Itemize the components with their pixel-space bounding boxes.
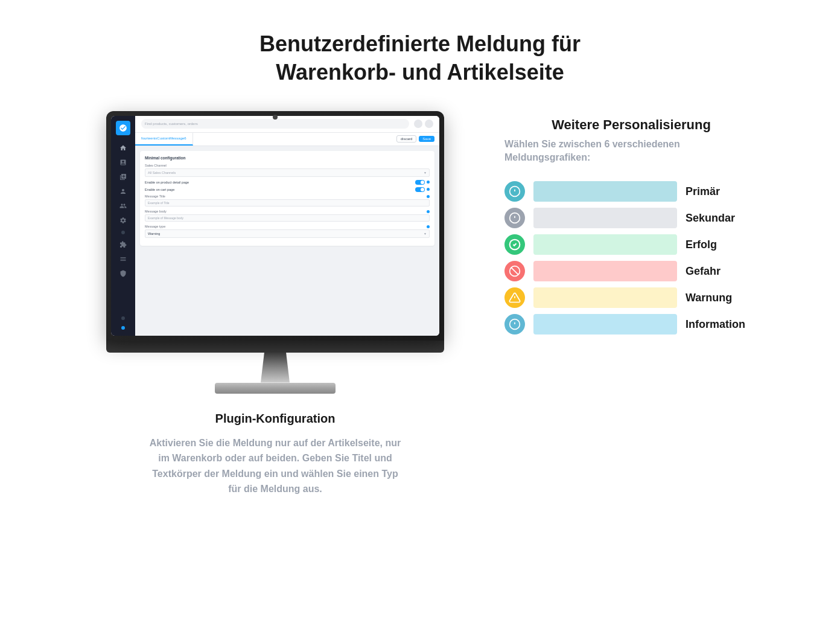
monitor-screen: Find products, customers, orders fourtee… bbox=[106, 111, 444, 341]
monitor-neck bbox=[257, 353, 293, 383]
plugin-config-title: Plugin-Konfiguration bbox=[148, 412, 402, 426]
toggle-cart-switch[interactable] bbox=[415, 187, 425, 192]
save-button[interactable]: Save bbox=[419, 136, 434, 142]
type-select-arrow-icon: ▼ bbox=[424, 232, 427, 235]
left-section: Find products, customers, orders fourtee… bbox=[82, 111, 468, 497]
right-section: Weitere Personalisierung Wählen Sie zwis… bbox=[504, 111, 758, 335]
message-body-group: Message body Example of Message body bbox=[145, 210, 430, 222]
right-panel-subtitle: Wählen Sie zwischen 6 verschiedenen Meld… bbox=[504, 138, 758, 165]
page-header: Benutzerdefinierte Meldung für Warenkorb… bbox=[247, 0, 593, 111]
secondary-label: Sekundar bbox=[686, 212, 758, 225]
warning-label: Warnung bbox=[686, 292, 758, 304]
success-icon bbox=[504, 234, 525, 255]
right-panel-title: Weitere Personalisierung bbox=[504, 117, 758, 133]
message-type-label: Message type bbox=[145, 225, 165, 228]
secondary-bar bbox=[533, 208, 677, 228]
toggle-product-row: Enable on product detail page bbox=[145, 180, 430, 185]
message-type-warning: Warnung bbox=[504, 287, 758, 308]
admin-sidebar bbox=[111, 116, 135, 336]
monitor-base bbox=[215, 383, 336, 394]
monitor-wrapper: Find products, customers, orders fourtee… bbox=[100, 111, 450, 394]
sidebar-icon-marketing[interactable] bbox=[118, 200, 129, 211]
select-arrow-icon: ▼ bbox=[424, 171, 427, 175]
admin-topbar: Find products, customers, orders bbox=[135, 116, 439, 133]
screen-inner: Find products, customers, orders fourtee… bbox=[111, 116, 439, 336]
success-label: Erfolg bbox=[686, 239, 758, 251]
shopware-logo bbox=[116, 121, 130, 135]
primary-bar bbox=[533, 181, 677, 202]
sidebar-icon-extensions[interactable] bbox=[118, 239, 129, 250]
sidebar-dot-bottom bbox=[121, 316, 125, 320]
message-types-list: Primär Sekundar bbox=[504, 181, 758, 335]
sidebar-icon-misc[interactable] bbox=[118, 254, 129, 264]
sidebar-dot-1 bbox=[121, 231, 125, 234]
topbar-icon-2 bbox=[425, 120, 433, 128]
toggle-cart-label: Enable on cart page bbox=[145, 188, 174, 191]
sales-channel-group: Sales Channel All Sales Channels ▼ bbox=[145, 164, 430, 177]
message-type-secondary: Sekundar bbox=[504, 208, 758, 228]
success-bar bbox=[533, 234, 677, 255]
sidebar-icon-catalog[interactable] bbox=[118, 171, 129, 182]
page-title: Benutzerdefinierte Meldung für Warenkorb… bbox=[259, 30, 581, 87]
message-type-information: Information bbox=[504, 314, 758, 335]
danger-bar bbox=[533, 261, 677, 281]
message-title-group: Message Title Example of Title bbox=[145, 194, 430, 207]
message-type-select[interactable]: Warning ▼ bbox=[145, 229, 430, 238]
admin-config-area: Minimal configuration Sales Channel All … bbox=[135, 146, 439, 336]
svg-line-8 bbox=[511, 267, 518, 275]
config-card: Minimal configuration Sales Channel All … bbox=[140, 151, 434, 246]
required-dot-5 bbox=[427, 225, 430, 228]
plugin-tab[interactable]: fourteenixCustomMessage6 bbox=[135, 133, 193, 146]
sales-channel-select[interactable]: All Sales Channels ▼ bbox=[145, 168, 430, 177]
message-type-group: Message type Warning ▼ bbox=[145, 225, 430, 238]
message-body-input[interactable]: Example of Message body bbox=[145, 214, 430, 222]
sales-channel-label: Sales Channel bbox=[145, 164, 430, 167]
required-dot-2 bbox=[427, 188, 430, 191]
information-bar bbox=[533, 314, 677, 335]
main-content: Find products, customers, orders fourtee… bbox=[58, 111, 782, 497]
information-label: Information bbox=[686, 318, 758, 331]
plugin-config-description: Aktivieren Sie die Meldung nur auf der A… bbox=[148, 435, 402, 497]
message-type-primary: Primär bbox=[504, 181, 758, 202]
toggle-cart-row: Enable on cart page bbox=[145, 187, 430, 192]
sidebar-icon-orders[interactable] bbox=[118, 157, 129, 168]
message-title-label: Message Title bbox=[145, 194, 165, 198]
danger-icon bbox=[504, 261, 525, 281]
primary-label: Primär bbox=[686, 185, 758, 198]
toggle-product-switch[interactable] bbox=[415, 180, 425, 185]
message-title-input[interactable]: Example of Title bbox=[145, 199, 430, 207]
admin-search-bar[interactable]: Find products, customers, orders bbox=[141, 119, 409, 129]
sidebar-dot-active bbox=[121, 326, 125, 330]
required-dot-1 bbox=[427, 181, 430, 184]
secondary-icon bbox=[504, 208, 525, 228]
config-section-title: Minimal configuration bbox=[145, 156, 430, 160]
search-placeholder-text: Find products, customers, orders bbox=[145, 122, 198, 126]
plugin-config-section: Plugin-Konfiguration Aktivieren Sie die … bbox=[148, 412, 402, 497]
monitor-chin bbox=[106, 341, 444, 353]
message-body-label: Message body bbox=[145, 210, 167, 213]
toggle-product-label: Enable on product detail page bbox=[145, 181, 189, 184]
sidebar-icon-admin[interactable] bbox=[118, 268, 129, 279]
information-icon bbox=[504, 314, 525, 335]
warning-bar bbox=[533, 287, 677, 308]
primary-icon bbox=[504, 181, 525, 202]
topbar-icons bbox=[414, 120, 433, 128]
required-dot-3 bbox=[427, 195, 430, 198]
sidebar-icon-customers[interactable] bbox=[118, 186, 129, 197]
required-dot-4 bbox=[427, 210, 430, 213]
sidebar-icon-home[interactable] bbox=[118, 142, 129, 153]
danger-label: Gefahr bbox=[686, 265, 758, 278]
sidebar-icon-settings[interactable] bbox=[118, 215, 129, 226]
topbar-icon-1 bbox=[414, 120, 422, 128]
discard-button[interactable]: discard bbox=[396, 135, 416, 142]
message-type-success: Erfolg bbox=[504, 234, 758, 255]
warning-icon bbox=[504, 287, 525, 308]
tab-actions: discard Save bbox=[392, 133, 439, 146]
admin-main-area: Find products, customers, orders fourtee… bbox=[135, 116, 439, 336]
admin-tab-bar: fourteenixCustomMessage6 discard Save bbox=[135, 133, 439, 146]
message-type-danger: Gefahr bbox=[504, 261, 758, 281]
